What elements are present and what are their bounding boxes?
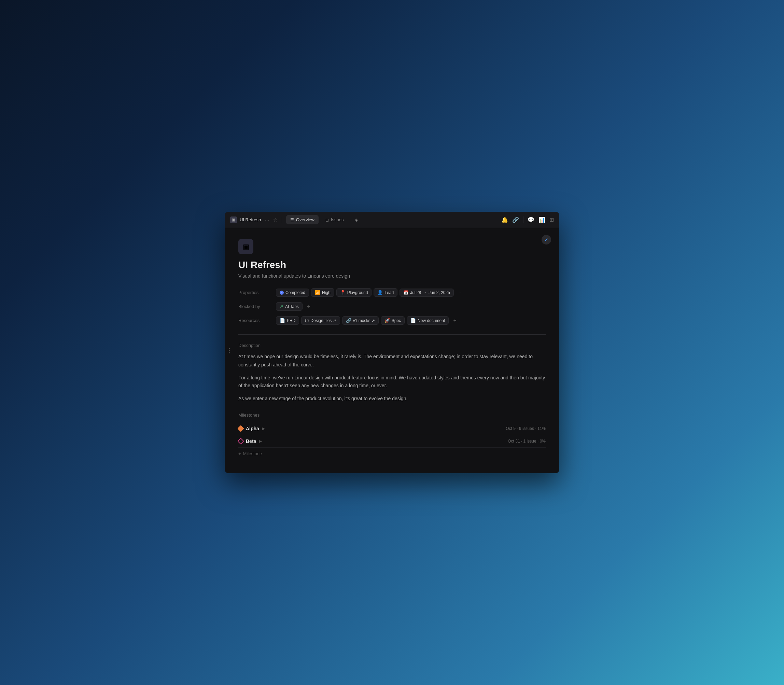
calendar-icon: 📅: [403, 290, 408, 295]
more-properties-button[interactable]: ···: [456, 289, 463, 297]
alpha-issues: 9 issues: [519, 426, 534, 431]
priority-badge[interactable]: 📶 High: [311, 288, 334, 297]
new-document-icon: 📄: [411, 318, 416, 323]
add-milestone-plus: +: [239, 451, 241, 456]
overview-icon: ☰: [290, 218, 294, 222]
role-label: Lead: [385, 290, 394, 295]
blocked-by-name: AI Tabs: [285, 304, 299, 309]
alpha-arrow: ▶: [262, 426, 265, 431]
resource-new-document[interactable]: 📄 New document: [407, 316, 449, 325]
app-window: ▣ UI Refresh ··· ☆ ☰ Overview ◻ Issues ◈…: [225, 212, 559, 473]
beta-date: Oct 31: [508, 439, 520, 443]
resources-row: Resources 📄 PRD ⬡ Design files ↗ 🔗 v1 mo…: [239, 316, 545, 325]
date-arrow: →: [423, 290, 427, 295]
resource-v1-mocks[interactable]: 🔗 v1 mocks ↗: [342, 316, 379, 325]
spec-icon: 🚀: [385, 318, 390, 323]
resource-items: 📄 PRD ⬡ Design files ↗ 🔗 v1 mocks ↗ 🚀 Sp…: [276, 316, 459, 325]
page-title: UI Refresh: [239, 260, 545, 271]
alpha-diamond-icon: [237, 425, 244, 432]
beta-diamond-icon: [237, 438, 244, 445]
inbox-icon: ◈: [355, 218, 358, 222]
properties-label: Properties: [239, 290, 276, 295]
milestone-alpha[interactable]: Alpha ▶ Oct 9 · 9 issues · 11%: [239, 422, 545, 435]
main-content: ✓ ▣ UI Refresh Visual and functional upd…: [225, 228, 559, 473]
alpha-meta: Oct 9 · 9 issues · 11%: [506, 426, 545, 431]
beta-progress: 0%: [540, 439, 545, 443]
link-icon[interactable]: 🔗: [512, 216, 519, 223]
spec-label: Spec: [392, 318, 401, 323]
add-milestone-button[interactable]: + Milestone: [239, 448, 545, 459]
project-name: UI Refresh: [240, 217, 261, 222]
issues-icon: ◻: [325, 218, 329, 222]
priority-icon: 📶: [315, 290, 320, 295]
scroll-dot: [229, 352, 230, 353]
more-options-button[interactable]: ···: [264, 216, 270, 223]
date-range-badge[interactable]: 📅 Jul 28 → Jun 2, 2025: [399, 289, 454, 297]
tab-inbox[interactable]: ◈: [351, 216, 362, 224]
project-header-icon: ▣: [239, 239, 253, 254]
prd-icon: 📄: [280, 318, 285, 323]
alpha-date: Oct 9: [506, 426, 516, 431]
beta-separator-2: ·: [537, 439, 540, 443]
tab-divider: [282, 216, 282, 223]
blocked-by-row: Blocked by ↗ AI Tabs +: [239, 302, 545, 311]
description-paragraph-2: For a long time, we've run Linear design…: [239, 374, 545, 390]
star-button[interactable]: ☆: [273, 217, 278, 222]
block-icon: ↗: [280, 304, 283, 309]
blocked-by-item[interactable]: ↗ AI Tabs: [276, 302, 302, 311]
beta-arrow: ▶: [259, 439, 262, 443]
team-badge[interactable]: 📍 Playground: [336, 288, 372, 297]
resource-spec[interactable]: 🚀 Spec: [381, 316, 405, 325]
add-resource-button[interactable]: +: [451, 317, 459, 325]
priority-label: High: [322, 290, 331, 295]
block-items: ↗ AI Tabs +: [276, 302, 313, 311]
resource-design-files[interactable]: ⬡ Design files ↗: [301, 316, 340, 325]
add-milestone-label: Milestone: [243, 451, 262, 456]
tab-issues-label: Issues: [331, 217, 344, 222]
status-badge[interactable]: Completed: [276, 289, 309, 297]
beta-name: Beta: [246, 438, 256, 444]
chart-icon[interactable]: 📊: [539, 216, 545, 223]
resource-prd[interactable]: 📄 PRD: [276, 316, 299, 325]
milestone-beta[interactable]: Beta ▶ Oct 31 · 1 issue · 0%: [239, 435, 545, 448]
bell-icon[interactable]: 🔔: [501, 216, 508, 223]
page-subtitle: Visual and functional updates to Linear'…: [239, 273, 545, 279]
scroll-indicators: [229, 348, 230, 353]
alpha-separator-2: ·: [535, 426, 537, 431]
titlebar-left: ▣ UI Refresh ··· ☆ ☰ Overview ◻ Issues ◈: [230, 215, 498, 224]
milestones-label: Milestones: [239, 412, 545, 418]
properties-items: Completed 📶 High 📍 Playground 👤 Lead 📅 J…: [276, 288, 463, 297]
resources-label: Resources: [239, 318, 276, 323]
role-icon: 👤: [377, 290, 383, 295]
scroll-dot: [229, 348, 230, 349]
titlebar: ▣ UI Refresh ··· ☆ ☰ Overview ◻ Issues ◈…: [225, 212, 559, 228]
new-document-label: New document: [417, 318, 445, 323]
milestones-section: Milestones Alpha ▶ Oct 9 · 9 issues · 11…: [239, 412, 545, 459]
chat-icon[interactable]: 💬: [528, 216, 534, 223]
check-icon[interactable]: ✓: [542, 235, 551, 245]
blocked-by-label: Blocked by: [239, 304, 276, 309]
description-label: Description: [239, 343, 545, 348]
status-label: Completed: [286, 290, 305, 295]
layout-icon[interactable]: ⊞: [549, 216, 554, 223]
tab-issues[interactable]: ◻ Issues: [321, 215, 348, 224]
add-blocked-button[interactable]: +: [305, 302, 313, 311]
team-label: Playground: [347, 290, 368, 295]
v1-mocks-icon: 🔗: [346, 318, 351, 323]
team-icon: 📍: [340, 290, 346, 295]
beta-issues: 1 issue: [523, 439, 536, 443]
date-start: Jul 28: [410, 290, 421, 295]
beta-meta: Oct 31 · 1 issue · 0%: [508, 439, 545, 443]
date-end: Jun 2, 2025: [429, 290, 450, 295]
description-paragraph-1: At times we hope our design would be tim…: [239, 353, 545, 369]
alpha-progress: 11%: [537, 426, 545, 431]
titlebar-right: 🔔 🔗 💬 📊 ⊞: [501, 216, 554, 223]
design-files-icon: ⬡: [305, 318, 309, 323]
scroll-dot: [229, 350, 230, 351]
tab-overview[interactable]: ☰ Overview: [286, 215, 318, 224]
description-paragraph-3: As we enter a new stage of the product e…: [239, 395, 545, 403]
role-badge[interactable]: 👤 Lead: [373, 288, 398, 297]
alpha-separator-1: ·: [517, 426, 519, 431]
completed-icon: [280, 291, 284, 295]
alpha-name: Alpha: [246, 426, 259, 431]
